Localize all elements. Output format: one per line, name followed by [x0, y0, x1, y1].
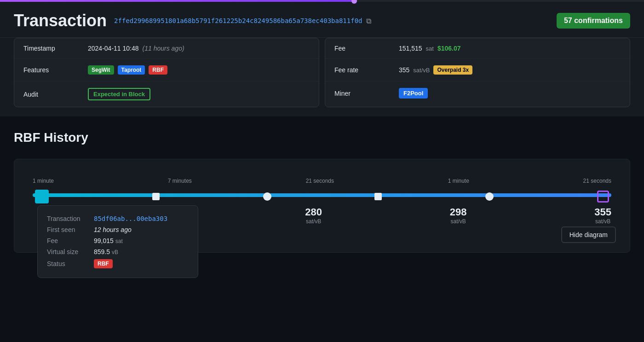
- tooltip-fee-value: 99,015 sat: [94, 237, 123, 244]
- miner-row: Miner F2Pool: [325, 81, 630, 105]
- info-section: Timestamp 2024-04-11 10:48 (11 hours ago…: [0, 38, 644, 116]
- expected-in-block-badge: Expected in Block: [88, 88, 150, 100]
- satvb-item-3: 355 sat/vB: [594, 206, 611, 225]
- tooltip-fee-row: Fee 99,015 sat: [47, 235, 189, 246]
- node-final: [597, 191, 609, 203]
- time-label-0: 1 minute: [33, 178, 54, 184]
- satvb-value-1: 280: [305, 206, 322, 218]
- fee-rate-value: 355 sat/vB Overpaid 3x: [399, 65, 472, 75]
- tooltip-status-row: Status RBF: [47, 257, 189, 270]
- f2pool-badge: F2Pool: [399, 88, 428, 99]
- tooltip-vsize-value: 859.5 vB: [94, 248, 118, 255]
- timestamp-label: Timestamp: [23, 45, 88, 52]
- rbf-title: RBF History: [14, 130, 630, 145]
- features-value: SegWit Taproot RBF: [88, 65, 167, 75]
- audit-value: Expected in Block: [88, 88, 150, 100]
- taproot-badge: Taproot: [118, 65, 145, 75]
- time-label-2: 21 seconds: [306, 178, 334, 184]
- tooltip-vsize-label: Virtual size: [47, 248, 88, 255]
- timeline-track: [33, 193, 611, 197]
- progress-fill: [0, 0, 354, 2]
- time-label-1: 7 minutes: [168, 178, 192, 184]
- rbf-section: RBF History 1 minute 7 minutes 21 second…: [0, 116, 644, 262]
- transaction-header: Transaction 2ffed299689951801a68b5791f26…: [0, 2, 644, 38]
- top-progress-bar: [0, 0, 644, 2]
- tooltip-vsize-unit: vB: [112, 249, 118, 255]
- fee-value: 151,515 sat $106.07: [399, 45, 461, 52]
- satvb-value-3: 355: [594, 206, 611, 218]
- hide-diagram-button[interactable]: Hide diagram: [561, 226, 616, 243]
- tooltip-status-badge: RBF: [94, 259, 113, 268]
- tooltip-seen-value: 12 hours ago: [94, 226, 132, 233]
- tooltip-tx-value: 85df06ab...00eba303: [94, 215, 167, 222]
- satvb-unit-3: sat/vB: [594, 218, 611, 225]
- rbf-badge: RBF: [149, 65, 167, 75]
- fee-sat-unit: sat: [426, 45, 434, 52]
- satvb-item-2: 298 sat/vB: [450, 206, 467, 225]
- features-row: Features SegWit Taproot RBF: [14, 59, 319, 81]
- time-label-3: 1 minute: [448, 178, 469, 184]
- tooltip-fee-unit: sat: [115, 238, 123, 244]
- node-circle-2: [485, 192, 494, 201]
- fee-label: Fee: [334, 45, 399, 52]
- timeline-nodes: [33, 190, 611, 203]
- satvb-unit-2: sat/vB: [450, 218, 467, 225]
- time-label-4: 21 seconds: [583, 178, 611, 184]
- tooltip-seen-label: First seen: [47, 226, 88, 233]
- tooltip-popup: Transaction 85df06ab...00eba303 First se…: [37, 205, 198, 278]
- timeline-container: 1 minute 7 minutes 21 seconds 1 minute 2…: [14, 159, 630, 253]
- tooltip-status-label: Status: [47, 260, 88, 267]
- tooltip-tx-row: Transaction 85df06ab...00eba303: [47, 213, 189, 224]
- header-left: Transaction 2ffed299689951801a68b5791f26…: [14, 11, 371, 30]
- audit-row: Audit Expected in Block: [14, 81, 319, 107]
- satvb-unit-1: sat/vB: [305, 218, 322, 225]
- fee-rate-number: 355: [399, 66, 409, 74]
- audit-label: Audit: [23, 91, 88, 98]
- node-square-2: [374, 193, 382, 200]
- fee-usd-value: $106.07: [437, 45, 461, 52]
- features-label: Features: [23, 66, 88, 74]
- page-title: Transaction: [14, 11, 107, 30]
- tooltip-vsize-row: Virtual size 859.5 vB: [47, 246, 189, 257]
- info-grid: Timestamp 2024-04-11 10:48 (11 hours ago…: [14, 38, 630, 107]
- timestamp-value: 2024-04-11 10:48 (11 hours ago): [88, 45, 184, 52]
- segwit-badge: SegWit: [88, 65, 114, 75]
- fee-row: Fee 151,515 sat $106.07: [325, 38, 630, 59]
- tooltip-fee-label: Fee: [47, 237, 88, 244]
- tooltip-tx-label: Transaction: [47, 215, 88, 222]
- node-start: [35, 190, 49, 203]
- fee-sat-value: 151,515: [399, 45, 422, 52]
- overpaid-badge: Overpaid 3x: [433, 65, 472, 75]
- timestamp-ago: (11 hours ago): [143, 45, 184, 52]
- fee-rate-label: Fee rate: [334, 66, 399, 74]
- fee-rate-row: Fee rate 355 sat/vB Overpaid 3x: [325, 59, 630, 81]
- miner-label: Miner: [334, 90, 399, 97]
- copy-icon[interactable]: ⧉: [366, 17, 371, 25]
- timestamp-row: Timestamp 2024-04-11 10:48 (11 hours ago…: [14, 38, 319, 59]
- confirmations-badge: 57 confirmations: [557, 13, 630, 29]
- satvb-item-1: 280 sat/vB: [305, 206, 322, 225]
- satvb-value-2: 298: [450, 206, 467, 218]
- timestamp-date: 2024-04-11 10:48: [88, 45, 139, 52]
- left-info-panel: Timestamp 2024-04-11 10:48 (11 hours ago…: [14, 38, 319, 107]
- miner-value: F2Pool: [399, 88, 428, 99]
- node-square-1: [152, 193, 160, 200]
- tooltip-seen-row: First seen 12 hours ago: [47, 224, 189, 235]
- tx-hash: 2ffed299689951801a68b5791f261225b24c8249…: [114, 17, 371, 25]
- fee-rate-unit: sat/vB: [413, 67, 430, 74]
- tx-hash-text: 2ffed299689951801a68b5791f261225b24c8249…: [114, 17, 362, 24]
- right-info-panel: Fee 151,515 sat $106.07 Fee rate 355 sat…: [325, 38, 630, 107]
- timeline-labels: 1 minute 7 minutes 21 seconds 1 minute 2…: [28, 178, 616, 184]
- node-circle-1: [263, 192, 271, 201]
